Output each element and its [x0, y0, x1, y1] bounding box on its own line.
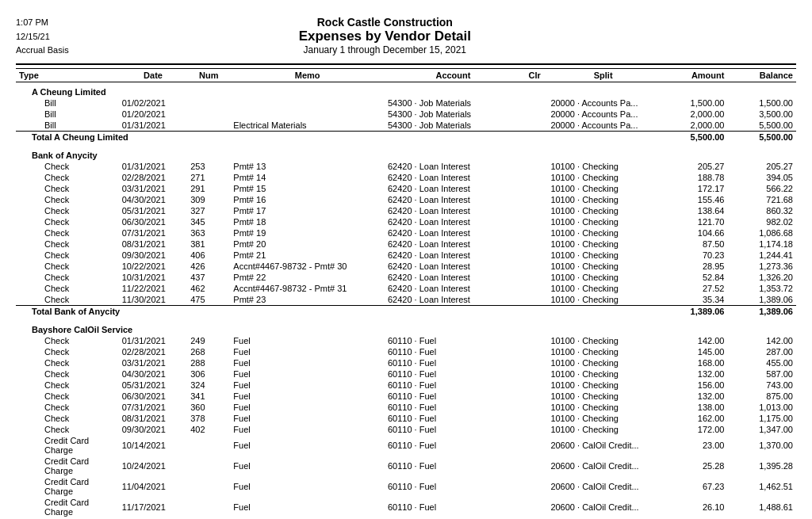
row-clr	[522, 456, 547, 476]
table-row: Check 02/28/2021 268 Fuel 60110 · Fuel 1…	[16, 346, 796, 357]
report-title-block: Rock Castle Construction Expenses by Ven…	[69, 16, 701, 55]
row-account: 60110 · Fuel	[385, 391, 522, 402]
row-memo: Fuel	[230, 424, 385, 435]
table-row: Bill 01/20/2021 54300 · Job Materials 20…	[16, 109, 796, 120]
row-date: 02/28/2021	[119, 172, 188, 183]
col-header-balance: Balance	[727, 69, 796, 82]
vendor-total-label: Total A Cheung Limited	[16, 132, 659, 143]
row-num: 253	[187, 161, 230, 172]
row-balance: 287.00	[727, 346, 796, 357]
row-amount: 188.78	[659, 172, 728, 183]
row-split: 10100 · Checking	[547, 335, 659, 346]
row-amount: 67.23	[659, 476, 728, 497]
table-row: Check 01/31/2021 253 Pmt# 13 62420 · Loa…	[16, 161, 796, 172]
row-type: Check	[16, 172, 119, 183]
row-type: Credit Card Charge	[16, 476, 119, 497]
row-num	[187, 497, 230, 517]
row-split: 10100 · Checking	[547, 368, 659, 380]
row-account: 54300 · Job Materials	[385, 97, 522, 109]
table-row: Credit Card Charge 10/14/2021 Fuel 60110…	[16, 435, 796, 456]
row-date: 09/30/2021	[119, 424, 188, 435]
row-date: 05/31/2021	[119, 205, 188, 216]
row-date: 08/31/2021	[119, 413, 188, 424]
row-num: 406	[187, 250, 230, 261]
row-clr	[522, 346, 547, 357]
row-amount: 2,000.00	[659, 120, 728, 132]
row-type: Check	[16, 272, 119, 283]
table-row: Check 06/30/2021 341 Fuel 60110 · Fuel 1…	[16, 391, 796, 402]
row-num: 271	[187, 172, 230, 183]
row-split: 10100 · Checking	[547, 424, 659, 435]
row-account: 54300 · Job Materials	[385, 109, 522, 120]
row-split: 10100 · Checking	[547, 261, 659, 272]
row-balance: 1,175.00	[727, 413, 796, 424]
row-amount: 2,000.00	[659, 109, 728, 120]
row-account: 62420 · Loan Interest	[385, 272, 522, 283]
row-date: 03/31/2021	[119, 357, 188, 368]
row-account: 60110 · Fuel	[385, 497, 522, 517]
row-memo: Pmt# 23	[230, 294, 385, 306]
row-balance: 3,500.00	[727, 109, 796, 120]
row-amount: 26.10	[659, 497, 728, 517]
row-num: 327	[187, 205, 230, 216]
row-balance: 566.22	[727, 183, 796, 194]
col-header-memo: Memo	[230, 69, 385, 82]
row-amount: 132.00	[659, 368, 728, 380]
row-clr	[522, 413, 547, 424]
row-type: Credit Card Charge	[16, 456, 119, 476]
row-clr	[522, 161, 547, 172]
table-row: Check 04/30/2021 309 Pmt# 16 62420 · Loa…	[16, 194, 796, 205]
row-clr	[522, 283, 547, 294]
row-memo: Fuel	[230, 497, 385, 517]
row-type: Bill	[16, 97, 119, 109]
row-split: 10100 · Checking	[547, 250, 659, 261]
row-amount: 132.00	[659, 391, 728, 402]
table-row: Credit Card Charge 11/04/2021 Fuel 60110…	[16, 476, 796, 497]
row-balance: 875.00	[727, 391, 796, 402]
row-memo	[230, 109, 385, 120]
row-balance: 1,500.00	[727, 97, 796, 109]
row-memo: Pmt# 17	[230, 205, 385, 216]
report-period: January 1 through December 15, 2021	[69, 44, 701, 55]
row-clr	[522, 435, 547, 456]
row-num	[187, 97, 230, 109]
row-memo: Pmt# 13	[230, 161, 385, 172]
report-title: Expenses by Vendor Detail	[69, 29, 701, 44]
row-balance: 1,395.28	[727, 456, 796, 476]
row-account: 62420 · Loan Interest	[385, 216, 522, 227]
row-memo: Fuel	[230, 380, 385, 391]
row-account: 62420 · Loan Interest	[385, 172, 522, 183]
row-split: 20000 · Accounts Pa...	[547, 109, 659, 120]
row-date: 05/31/2021	[119, 380, 188, 391]
row-memo: Pmt# 14	[230, 172, 385, 183]
row-type: Check	[16, 294, 119, 306]
col-header-num: Num	[187, 69, 230, 82]
row-amount: 121.70	[659, 216, 728, 227]
row-num: 309	[187, 194, 230, 205]
row-type: Bill	[16, 109, 119, 120]
row-date: 11/17/2021	[119, 497, 188, 517]
row-split: 10100 · Checking	[547, 161, 659, 172]
row-balance: 1,013.00	[727, 402, 796, 413]
vendor-header: Bayshore CalOil Service	[16, 320, 796, 335]
row-date: 09/30/2021	[119, 250, 188, 261]
row-num: 288	[187, 357, 230, 368]
row-split: 10100 · Checking	[547, 402, 659, 413]
row-split: 10100 · Checking	[547, 294, 659, 306]
row-account: 62420 · Loan Interest	[385, 250, 522, 261]
table-row: Check 03/31/2021 291 Pmt# 15 62420 · Loa…	[16, 183, 796, 194]
row-type: Credit Card Charge	[16, 435, 119, 456]
row-account: 60110 · Fuel	[385, 402, 522, 413]
row-balance: 743.00	[727, 380, 796, 391]
row-memo: Accnt#4467-98732 - Pmt# 30	[230, 261, 385, 272]
vendor-total-balance: 1,389.06	[727, 306, 796, 318]
row-amount: 168.00	[659, 357, 728, 368]
row-split: 10100 · Checking	[547, 239, 659, 250]
row-num	[187, 120, 230, 132]
vendor-header: A Cheung Limited	[16, 82, 796, 98]
row-num: 475	[187, 294, 230, 306]
row-clr	[522, 424, 547, 435]
row-memo: Fuel	[230, 357, 385, 368]
row-clr	[522, 250, 547, 261]
row-split: 10100 · Checking	[547, 380, 659, 391]
